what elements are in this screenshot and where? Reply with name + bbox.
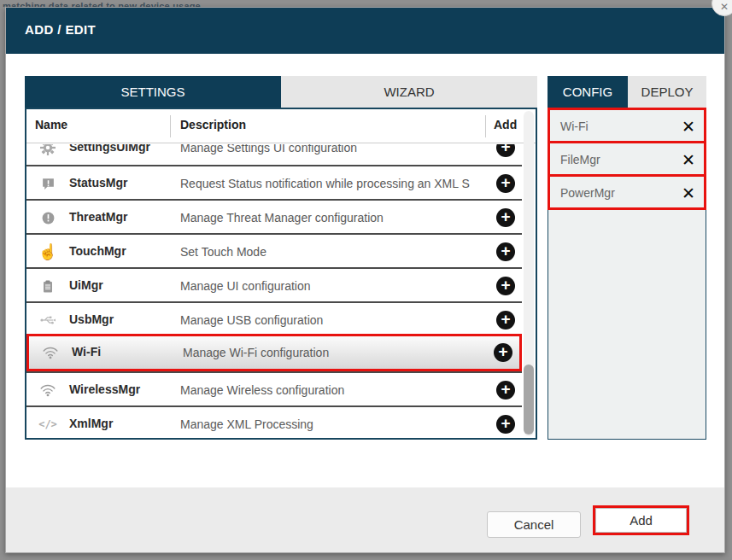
- row-name: StatusMgr: [69, 176, 127, 190]
- row-name: WirelessMgr: [69, 382, 140, 396]
- tab-config[interactable]: CONFIG: [548, 76, 628, 108]
- add-row-button[interactable]: +: [496, 208, 515, 227]
- row-description: Request Status notification while proces…: [180, 177, 481, 190]
- tab-wizard[interactable]: WIZARD: [281, 76, 537, 108]
- column-header-add: Add: [494, 118, 517, 131]
- wifi-icon: [33, 373, 62, 407]
- column-header-name: Name: [35, 118, 67, 131]
- gear-icon: [33, 144, 62, 165]
- add-row-button[interactable]: +: [496, 174, 515, 193]
- add-row-button[interactable]: +: [496, 311, 515, 330]
- add-row-button[interactable]: +: [496, 242, 515, 261]
- add-row-button[interactable]: +: [496, 277, 515, 295]
- status-bubble-icon: [33, 166, 62, 201]
- column-header-description: Description: [180, 118, 246, 131]
- touch-icon: ☝: [33, 235, 62, 269]
- table-header: Name Description Add: [26, 109, 536, 143]
- table-row[interactable]: UiMgrManage UI configuration+: [26, 267, 522, 301]
- row-description: Manage Settings UI configuration: [180, 144, 481, 155]
- alert-circle-icon: [33, 201, 62, 235]
- desktop-background: matching data related to new device usag…: [0, 0, 732, 560]
- code-icon: </>: [33, 407, 62, 438]
- add-row-button[interactable]: +: [496, 144, 515, 157]
- row-name: XmlMgr: [69, 417, 113, 430]
- config-item-label: Wi-Fi: [560, 120, 589, 133]
- config-item-label: FileMgr: [560, 153, 600, 166]
- wifi-icon: [36, 335, 65, 370]
- add-row-button[interactable]: +: [496, 415, 515, 434]
- table-row[interactable]: SettingsUiMgrManage Settings UI configur…: [26, 144, 522, 165]
- dialog-header: ADD / EDIT: [6, 8, 724, 54]
- table-body: SettingsUiMgrManage Settings UI configur…: [26, 144, 522, 438]
- table-row[interactable]: WirelessMgrManage Wireless configuration…: [26, 371, 522, 405]
- add-edit-dialog: ADD / EDIT SETTINGS WIZARD Name Descript…: [5, 7, 725, 553]
- column-divider: [485, 115, 486, 137]
- config-item-label: PowerMgr: [560, 186, 615, 200]
- config-list-item[interactable]: FileMgr✕: [548, 141, 706, 177]
- clipboard-icon: [33, 269, 62, 303]
- row-description: Manage USB configuration: [180, 313, 481, 327]
- table-scrollbar[interactable]: [524, 111, 534, 436]
- cancel-button[interactable]: Cancel: [487, 511, 581, 538]
- config-list-item[interactable]: PowerMgr✕: [548, 174, 706, 210]
- table-row[interactable]: UsbMgrManage USB configuration+: [26, 301, 522, 335]
- tab-deploy[interactable]: DEPLOY: [628, 76, 706, 108]
- table-row[interactable]: ☝TouchMgrSet Touch Mode+: [26, 233, 522, 267]
- row-name: SettingsUiMgr: [69, 144, 150, 154]
- background-window-text: matching data related to new device usag…: [0, 0, 732, 7]
- usb-icon: [33, 303, 62, 337]
- tab-settings[interactable]: SETTINGS: [25, 76, 281, 108]
- row-name: UiMgr: [69, 278, 103, 292]
- row-description: Manage Threat Manager configuration: [180, 211, 481, 225]
- table-row[interactable]: Wi-FiManage Wi-Fi configuration+: [26, 334, 522, 371]
- remove-item-icon[interactable]: ✕: [682, 117, 695, 137]
- row-name: UsbMgr: [69, 312, 114, 326]
- remove-item-icon[interactable]: ✕: [682, 150, 695, 170]
- table-row[interactable]: StatusMgrRequest Status notification whi…: [26, 165, 522, 199]
- add-button[interactable]: Add: [595, 508, 687, 533]
- scrollbar-thumb[interactable]: [524, 365, 534, 435]
- add-row-button[interactable]: +: [496, 381, 515, 400]
- row-description: Manage UI configuration: [180, 279, 481, 293]
- config-panel: Wi-Fi✕FileMgr✕PowerMgr✕: [548, 108, 706, 440]
- row-name: TouchMgr: [69, 244, 126, 258]
- row-description: Set Touch Mode: [180, 245, 481, 259]
- remove-item-icon[interactable]: ✕: [682, 184, 695, 203]
- row-name: Wi-Fi: [72, 345, 101, 359]
- row-description: Manage Wi-Fi configuration: [183, 346, 483, 359]
- settings-table: Name Description Add SettingsUiMgrManage…: [25, 108, 537, 440]
- dialog-title: ADD / EDIT: [25, 22, 96, 37]
- add-button-highlight: Add: [593, 505, 689, 535]
- row-description: Manage Wireless configuration: [180, 383, 481, 397]
- add-row-button[interactable]: +: [494, 343, 512, 362]
- column-divider: [170, 115, 171, 137]
- row-description: Manage XML Processing: [180, 417, 481, 431]
- table-row[interactable]: ThreatMgrManage Threat Manager configura…: [26, 199, 522, 233]
- config-list-item[interactable]: Wi-Fi✕: [548, 108, 706, 143]
- table-row[interactable]: </>XmlMgrManage XML Processing+: [26, 405, 522, 438]
- close-icon: ✕: [712, 2, 732, 12]
- row-name: ThreatMgr: [69, 210, 127, 224]
